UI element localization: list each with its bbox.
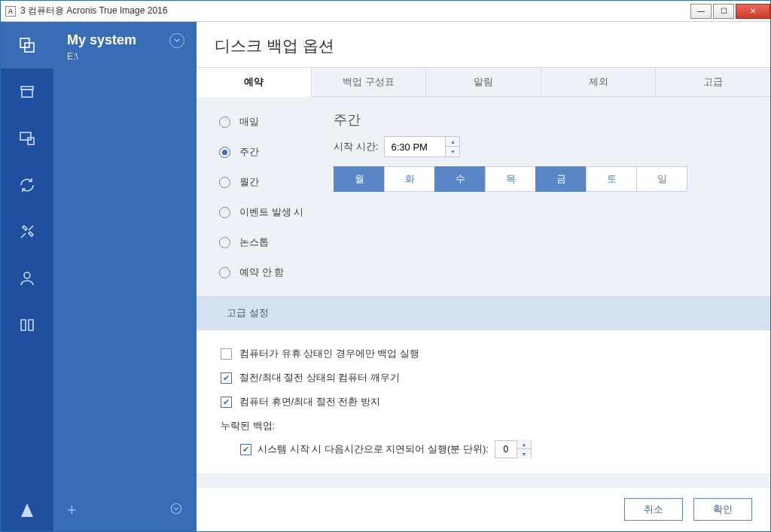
nav-sync-icon[interactable] — [1, 162, 53, 208]
day-toggle-4[interactable]: 금 — [535, 166, 587, 192]
day-toggle-2[interactable]: 수 — [434, 166, 486, 192]
nav-help-icon[interactable] — [1, 302, 53, 348]
weekly-heading: 주간 — [334, 111, 748, 129]
start-time-field[interactable] — [385, 137, 445, 157]
tab-exclusions[interactable]: 제외 — [541, 68, 657, 96]
nav-brand-icon — [1, 489, 53, 531]
tab-advanced[interactable]: 고급 — [656, 68, 770, 96]
start-time-label: 시작 시간: — [334, 140, 378, 154]
cancel-button[interactable]: 취소 — [624, 498, 683, 521]
maximize-button[interactable]: ☐ — [713, 4, 734, 19]
chk-wake-computer-label: 절전/최대 절전 상태의 컴퓨터 깨우기 — [239, 371, 400, 385]
schedule-radio-0[interactable]: 매일 — [219, 115, 303, 129]
delay-field[interactable] — [495, 444, 517, 454]
advanced-settings-header[interactable]: 고급 설정 — [197, 296, 770, 330]
schedule-radio-1[interactable]: 주간 — [219, 145, 303, 159]
delay-input[interactable]: ▲ ▼ — [495, 440, 532, 458]
svg-rect-4 — [20, 132, 31, 140]
add-plan-button[interactable]: + — [67, 500, 77, 520]
svg-rect-3 — [22, 90, 32, 97]
day-toggle-5[interactable]: 토 — [586, 166, 637, 192]
time-spin-up[interactable]: ▲ — [446, 137, 459, 147]
tab-notifications[interactable]: 알림 — [426, 68, 541, 96]
plan-more-icon[interactable] — [169, 502, 183, 518]
nav-sync-devices-icon[interactable] — [1, 115, 53, 162]
nav-backup-icon[interactable] — [1, 22, 53, 68]
svg-point-7 — [171, 503, 181, 514]
time-spin-down[interactable]: ▼ — [446, 147, 459, 157]
delay-spin-down[interactable]: ▼ — [517, 449, 531, 459]
chk-prevent-sleep-label: 컴퓨터 휴면/최대 절전 전환 방지 — [239, 395, 380, 409]
schedule-radio-3[interactable]: 이벤트 발생 시 — [219, 205, 303, 219]
nav-iconbar — [1, 22, 53, 531]
tab-schedule[interactable]: 예약 — [197, 68, 312, 97]
nav-tools-icon[interactable] — [1, 208, 53, 255]
day-toggle-0[interactable]: 월 — [334, 166, 385, 192]
svg-point-6 — [24, 272, 30, 278]
schedule-radio-4[interactable]: 논스톱 — [219, 236, 303, 249]
close-button[interactable]: ✕ — [736, 4, 770, 19]
chk-wake-computer[interactable]: ✔ — [221, 372, 232, 384]
chk-run-at-startup[interactable]: ✔ — [240, 444, 251, 455]
chk-prevent-sleep[interactable]: ✔ — [221, 397, 232, 408]
side-panel: My system E:\ + — [53, 22, 197, 531]
nav-archive-icon[interactable] — [1, 68, 53, 115]
minimize-button[interactable]: — — [690, 4, 712, 19]
chk-idle-only-label: 컴퓨터가 유휴 상태인 경우에만 백업 실행 — [239, 347, 419, 360]
window-titlebar: A 3 컴퓨터용 Acronis True Image 2016 — ☐ ✕ — [1, 1, 770, 22]
start-time-input[interactable]: ▲ ▼ — [384, 136, 460, 157]
backup-plan-subtitle: E:\ — [53, 51, 197, 62]
chk-run-at-startup-label: 시스템 시작 시 다음시간으로 지연되어 실행(분 단위): — [258, 442, 489, 456]
backup-plan-title: My system — [67, 32, 136, 48]
ok-button[interactable]: 확인 — [693, 498, 752, 521]
tabs: 예약 백업 구성표 알림 제외 고급 — [197, 67, 770, 97]
page-title: 디스크 백업 옵션 — [197, 22, 770, 67]
chk-idle-only[interactable]: ✔ — [221, 348, 232, 360]
window-title: 3 컴퓨터용 Acronis True Image 2016 — [20, 5, 167, 17]
app-logo-icon: A — [5, 6, 16, 17]
plan-dropdown-icon[interactable] — [169, 33, 184, 48]
missed-backup-label: 누락된 백업: — [221, 419, 746, 433]
nav-account-icon[interactable] — [1, 255, 53, 302]
day-toggle-1[interactable]: 화 — [384, 166, 435, 192]
day-toggle-3[interactable]: 목 — [485, 166, 536, 192]
day-toggle-6[interactable]: 일 — [636, 166, 687, 192]
delay-spin-up[interactable]: ▲ — [517, 439, 531, 449]
schedule-radio-2[interactable]: 월간 — [219, 175, 303, 189]
schedule-radio-5[interactable]: 예약 안 함 — [219, 266, 303, 279]
tab-scheme[interactable]: 백업 구성표 — [312, 68, 427, 96]
